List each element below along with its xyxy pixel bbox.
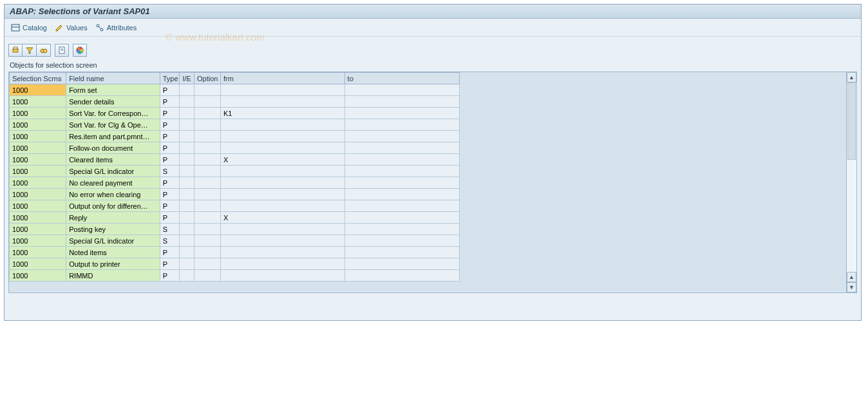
cell-opt[interactable] bbox=[194, 270, 220, 282]
cell-type[interactable]: P bbox=[160, 108, 180, 119]
cell-frm[interactable] bbox=[220, 119, 344, 131]
table-row[interactable]: 1000Res.item and part.pmnt…P bbox=[10, 131, 460, 142]
col-header-opt[interactable]: Option bbox=[194, 73, 220, 84]
cell-frm[interactable] bbox=[220, 200, 344, 212]
cell-opt[interactable] bbox=[194, 84, 220, 96]
cell-scrn[interactable]: 1000 bbox=[10, 166, 66, 177]
table-row[interactable]: 1000Cleared itemsPX bbox=[10, 154, 460, 166]
scroll-up-button[interactable]: ▲ bbox=[847, 72, 856, 82]
table-row[interactable]: 1000ReplyPX bbox=[10, 212, 460, 224]
cell-opt[interactable] bbox=[194, 189, 220, 200]
catalog-button[interactable]: Catalog bbox=[11, 23, 47, 32]
cell-scrn[interactable]: 1000 bbox=[10, 224, 66, 235]
scroll-track[interactable] bbox=[847, 82, 856, 272]
cell-ie[interactable] bbox=[180, 247, 194, 258]
table-row[interactable]: 1000Sender detailsP bbox=[10, 96, 460, 108]
cell-frm[interactable] bbox=[220, 177, 344, 189]
cell-frm[interactable] bbox=[220, 166, 344, 177]
cell-ie[interactable] bbox=[180, 108, 194, 119]
cell-ie[interactable] bbox=[180, 224, 194, 235]
cell-to[interactable] bbox=[344, 96, 459, 108]
col-header-fname[interactable]: Field name bbox=[66, 73, 160, 84]
table-row[interactable]: 1000Form setP bbox=[10, 84, 460, 96]
cell-opt[interactable] bbox=[194, 235, 220, 247]
cell-fname[interactable]: Output only for differen… bbox=[66, 200, 160, 212]
cell-type[interactable]: P bbox=[160, 119, 180, 131]
cell-to[interactable] bbox=[344, 258, 459, 270]
col-header-to[interactable]: to bbox=[344, 73, 459, 84]
cell-fname[interactable]: No error when clearing bbox=[66, 189, 160, 200]
cell-to[interactable] bbox=[344, 177, 459, 189]
cell-to[interactable] bbox=[344, 224, 459, 235]
table-row[interactable]: 1000Sort Var. for Correspon…PK1 bbox=[10, 108, 460, 119]
cell-fname[interactable]: Cleared items bbox=[66, 154, 160, 166]
cell-to[interactable] bbox=[344, 166, 459, 177]
table-row[interactable]: 1000No cleared paymentP bbox=[10, 177, 460, 189]
cell-scrn[interactable]: 1000 bbox=[10, 235, 66, 247]
cell-ie[interactable] bbox=[180, 177, 194, 189]
cell-ie[interactable] bbox=[180, 96, 194, 108]
cell-scrn[interactable]: 1000 bbox=[10, 189, 66, 200]
col-header-frm[interactable]: frm bbox=[220, 73, 344, 84]
cell-ie[interactable] bbox=[180, 235, 194, 247]
cell-scrn[interactable]: 1000 bbox=[10, 154, 66, 166]
cell-scrn[interactable]: 1000 bbox=[10, 258, 66, 270]
cell-to[interactable] bbox=[344, 200, 459, 212]
cell-frm[interactable] bbox=[220, 131, 344, 142]
scroll-up-alt-button[interactable]: ▲ bbox=[847, 272, 856, 282]
table-row[interactable]: 1000Posting keyS bbox=[10, 224, 460, 235]
cell-fname[interactable]: Output to printer bbox=[66, 258, 160, 270]
cell-scrn[interactable]: 1000 bbox=[10, 131, 66, 142]
cell-type[interactable]: S bbox=[160, 224, 180, 235]
cell-type[interactable]: P bbox=[160, 200, 180, 212]
cell-scrn[interactable]: 1000 bbox=[10, 96, 66, 108]
cell-fname[interactable]: Res.item and part.pmnt… bbox=[66, 131, 160, 142]
cell-scrn[interactable]: 1000 bbox=[10, 108, 66, 119]
cell-ie[interactable] bbox=[180, 200, 194, 212]
cell-to[interactable] bbox=[344, 154, 459, 166]
cell-scrn[interactable]: 1000 bbox=[10, 270, 66, 282]
cell-type[interactable]: P bbox=[160, 270, 180, 282]
filter-button[interactable] bbox=[23, 44, 37, 57]
cell-opt[interactable] bbox=[194, 224, 220, 235]
cell-to[interactable] bbox=[344, 84, 459, 96]
cell-fname[interactable]: RIMMD bbox=[66, 270, 160, 282]
cell-fname[interactable]: Sender details bbox=[66, 96, 160, 108]
col-header-ie[interactable]: I/E bbox=[180, 73, 194, 84]
cell-type[interactable]: P bbox=[160, 212, 180, 224]
cell-to[interactable] bbox=[344, 142, 459, 154]
cell-to[interactable] bbox=[344, 235, 459, 247]
cell-opt[interactable] bbox=[194, 154, 220, 166]
cell-type[interactable]: P bbox=[160, 189, 180, 200]
cell-type[interactable]: S bbox=[160, 235, 180, 247]
color-button[interactable] bbox=[73, 44, 87, 57]
attributes-button[interactable]: Attributes bbox=[95, 23, 137, 32]
cell-fname[interactable]: No cleared payment bbox=[66, 177, 160, 189]
table-row[interactable]: 1000Output to printerP bbox=[10, 258, 460, 270]
cell-scrn[interactable]: 1000 bbox=[10, 119, 66, 131]
cell-opt[interactable] bbox=[194, 177, 220, 189]
cell-fname[interactable]: Sort Var. for Clg & Ope… bbox=[66, 119, 160, 131]
scroll-thumb[interactable] bbox=[847, 82, 856, 160]
cell-opt[interactable] bbox=[194, 96, 220, 108]
cell-scrn[interactable]: 1000 bbox=[10, 200, 66, 212]
cell-to[interactable] bbox=[344, 247, 459, 258]
cell-opt[interactable] bbox=[194, 131, 220, 142]
col-header-type[interactable]: Type bbox=[160, 73, 180, 84]
cell-ie[interactable] bbox=[180, 189, 194, 200]
cell-to[interactable] bbox=[344, 189, 459, 200]
cell-to[interactable] bbox=[344, 131, 459, 142]
table-row[interactable]: 1000RIMMDP bbox=[10, 270, 460, 282]
cell-scrn[interactable]: 1000 bbox=[10, 247, 66, 258]
table-row[interactable]: 1000Special G/L indicatorS bbox=[10, 235, 460, 247]
cell-ie[interactable] bbox=[180, 119, 194, 131]
cell-opt[interactable] bbox=[194, 166, 220, 177]
cell-ie[interactable] bbox=[180, 166, 194, 177]
table-row[interactable]: 1000Sort Var. for Clg & Ope…P bbox=[10, 119, 460, 131]
cell-ie[interactable] bbox=[180, 131, 194, 142]
cell-frm[interactable]: K1 bbox=[220, 108, 344, 119]
cell-scrn[interactable]: 1000 bbox=[10, 84, 66, 96]
cell-opt[interactable] bbox=[194, 108, 220, 119]
cell-type[interactable]: P bbox=[160, 96, 180, 108]
cell-type[interactable]: P bbox=[160, 154, 180, 166]
